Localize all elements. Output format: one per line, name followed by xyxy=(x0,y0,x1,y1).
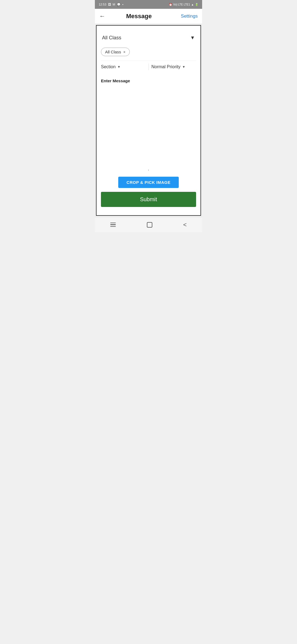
battery-icon: 🔋 xyxy=(195,3,198,6)
nav-back-button[interactable]: < xyxy=(178,220,192,230)
priority-dropdown-label: Normal Priority xyxy=(152,64,181,69)
section-dropdown-arrow-icon: ▼ xyxy=(117,65,120,69)
chip-container: All Class × xyxy=(101,45,196,61)
signal-icon: ▲ xyxy=(191,3,194,6)
message-input[interactable] xyxy=(101,86,196,108)
status-right: ⏰ Vo) LTE LTE1 ▲ 🔋 xyxy=(169,3,198,6)
status-time: 12:53 xyxy=(99,3,106,6)
class-dropdown[interactable]: All Class ▼ xyxy=(101,31,196,45)
chat-icon: 💬 xyxy=(117,3,121,6)
class-dropdown-arrow-icon: ▼ xyxy=(190,35,195,41)
crop-pick-image-button[interactable]: CROP & PICK IMAGE xyxy=(118,177,179,188)
status-left: 12:53 🖼 M 💬 • xyxy=(99,3,123,6)
home-icon xyxy=(147,222,152,228)
volte-icon: Vo) LTE LTE1 xyxy=(173,3,190,6)
message-section: Enter Message xyxy=(101,76,196,109)
header: ← Message Settings xyxy=(95,9,202,24)
priority-dropdown-arrow-icon: ▼ xyxy=(182,65,185,69)
class-dropdown-label: All Class xyxy=(102,35,121,41)
enter-message-label: Enter Message xyxy=(101,78,196,83)
section-dropdown[interactable]: Section ▼ xyxy=(101,64,146,69)
all-class-chip[interactable]: All Class × xyxy=(101,48,130,56)
nav-bar: < xyxy=(95,217,202,232)
filter-row: Section ▼ Normal Priority ▼ xyxy=(101,61,196,76)
priority-dropdown[interactable]: Normal Priority ▼ xyxy=(152,64,196,69)
filter-divider xyxy=(148,64,149,70)
gmail-icon: M xyxy=(113,3,115,6)
dot-icon: • xyxy=(122,3,123,6)
alarm-icon: ⏰ xyxy=(169,3,172,6)
back-nav-icon: < xyxy=(183,221,187,228)
chip-label: All Class xyxy=(105,50,121,54)
nav-home-button[interactable] xyxy=(141,220,158,229)
menu-icon xyxy=(110,223,116,227)
status-bar: 12:53 🖼 M 💬 • ⏰ Vo) LTE LTE1 ▲ 🔋 xyxy=(95,0,202,9)
page-title: Message xyxy=(97,13,181,20)
nav-menu-button[interactable] xyxy=(105,221,121,229)
settings-link[interactable]: Settings xyxy=(181,13,198,19)
chip-close-icon[interactable]: × xyxy=(123,50,125,54)
cursor-dot: . xyxy=(101,164,196,174)
photo-icon: 🖼 xyxy=(108,3,111,6)
main-content: All Class ▼ All Class × Section ▼ Normal… xyxy=(96,25,201,216)
section-dropdown-label: Section xyxy=(101,64,116,69)
submit-button[interactable]: Submit xyxy=(101,192,196,207)
